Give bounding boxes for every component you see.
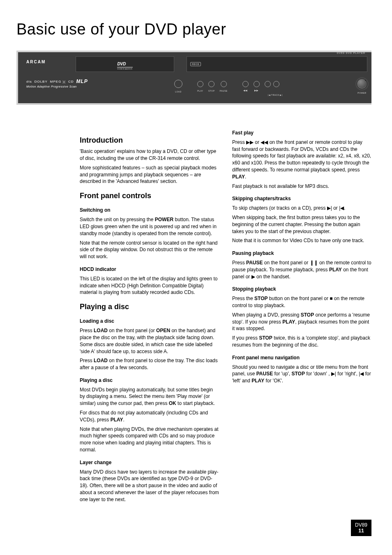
stop-p3: If you press STOP twice, this is a 'comp…	[232, 335, 371, 349]
hdcd-p: This LED is located on the left of the d…	[80, 275, 219, 296]
dvd-logo: DVD	[117, 62, 126, 66]
fast-p2: Fast playback is not available for MP3 d…	[232, 183, 371, 190]
stop-p1: Press the STOP button on the front panel…	[232, 295, 371, 309]
footer-model: DV89	[355, 522, 367, 528]
track-label: |◀ TRACK ▶|	[268, 94, 283, 96]
skip-p2: When skipping back, the first button pre…	[232, 214, 371, 235]
intro-p1: 'Basic operation' explains how to play a…	[80, 148, 219, 162]
maps-label: Motion Adaptive Progressive Scan	[26, 85, 174, 88]
layer-heading: Layer change	[80, 459, 219, 466]
loading-heading: Loading a disc	[80, 318, 219, 325]
skip-p3: Note that it is common for Video CDs to …	[232, 237, 371, 244]
next-track-button[interactable]	[273, 81, 279, 87]
right-column: Fast play Press ▶▶ or ◀◀ on the front pa…	[232, 130, 371, 503]
format-badges: dts DOLBY MPEG )( CD MLP	[26, 79, 174, 84]
cd-badge: CD	[68, 80, 74, 83]
switching-on-heading: Switching on	[80, 207, 219, 214]
playing-disc-heading: Playing a disc	[80, 377, 219, 384]
layer-p: Many DVD discs have two layers to increa…	[80, 469, 219, 503]
intro-heading: Introduction	[80, 135, 219, 146]
power-led-icon	[365, 80, 366, 81]
model-label: DV89 DVD PLAYER	[337, 52, 365, 54]
page-number-badge: DV89 11	[351, 520, 371, 536]
playing-p1: Most DVDs begin playing automatically, b…	[80, 386, 219, 407]
prev-track-button[interactable]	[265, 81, 271, 87]
fast-p1: Press ▶▶ or ◀◀ on the front panel or rem…	[232, 139, 371, 180]
playing-p3: Note that when playing DVDs, the drive m…	[80, 426, 219, 453]
device-front-panel: ARCAM DVD VIDEO/AUDIO DV89 DVD PLAYER HD…	[16, 51, 371, 105]
page-footer: DV89 11	[16, 520, 371, 536]
menu-nav-heading: Front panel menu navigation	[232, 354, 371, 361]
stop-p2: When playing a DVD, pressing STOP once p…	[232, 312, 371, 332]
mpeg-badge: MPEG )(	[50, 80, 66, 83]
pause-p1: Press PAUSE on the front panel or ❙❙ on …	[232, 259, 371, 280]
playing-heading: Playing a disc	[80, 302, 219, 312]
fpc-heading: Front panel controls	[80, 191, 219, 201]
menu-nav-p: Should you need to navigate a disc or ti…	[232, 364, 371, 384]
page-number: 11	[355, 528, 367, 534]
fast-heading: Fast play	[232, 130, 371, 136]
pause-heading: Pausing playback	[232, 250, 371, 257]
power-button[interactable]: POWER	[357, 79, 367, 94]
hdcd-indicator: HDCD	[190, 62, 201, 66]
brand-logo: ARCAM	[26, 60, 76, 64]
skip-heading: Skipping chapters/tracks	[232, 195, 371, 202]
playing-p2: For discs that do not play automatically…	[80, 409, 219, 423]
display-window: DV89 DVD PLAYER HDCD	[187, 56, 367, 72]
switching-on-p1: Switch the unit on by pressing the POWER…	[80, 216, 219, 237]
dolby-badge: DOLBY	[35, 80, 48, 83]
mlp-badge: MLP	[76, 79, 88, 84]
loading-p2: Press LOAD on the front panel to close t…	[80, 357, 219, 371]
loading-p1: Press LOAD on the front panel (or OPEN o…	[80, 327, 219, 355]
body-text: Introduction 'Basic operation' explains …	[80, 130, 371, 503]
hdcd-heading: HDCD indicator	[80, 266, 219, 273]
dvd-logo-sub: VIDEO/AUDIO	[117, 67, 132, 70]
intro-p2: More sophisticated features – such as sp…	[80, 164, 219, 185]
skip-p1: To skip chapters (or tracks on a CD), pr…	[232, 205, 371, 212]
switching-on-p2: Note that the remote control sensor is l…	[80, 240, 219, 260]
dts-badge: dts	[26, 80, 32, 83]
disc-tray: DVD VIDEO/AUDIO	[76, 56, 174, 72]
left-column: Introduction 'Basic operation' explains …	[80, 130, 219, 503]
stop-heading: Stopping playback	[232, 286, 371, 293]
page-title: Basic use of your DVD player	[16, 21, 371, 38]
